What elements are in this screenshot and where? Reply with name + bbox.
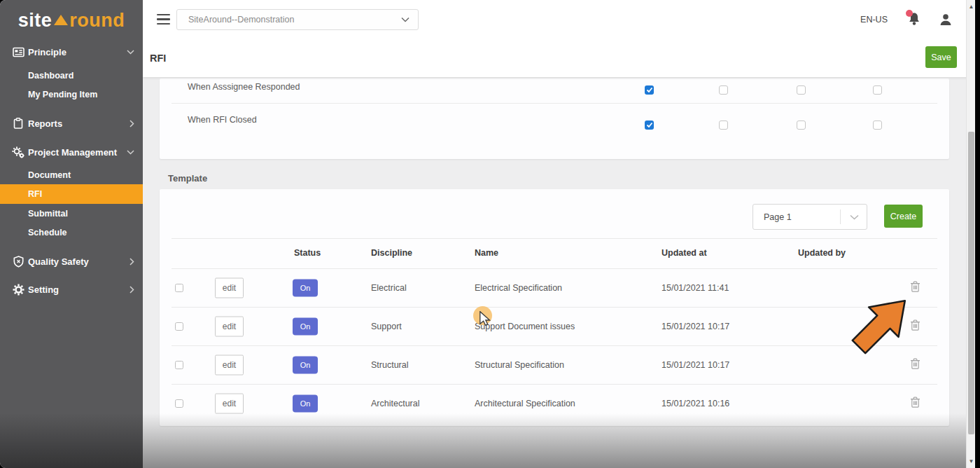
notification-badge xyxy=(906,10,913,17)
status-toggle[interactable]: On xyxy=(293,356,318,373)
table-row: edit On Structural Structural Specificat… xyxy=(160,345,949,384)
template-section-title: Template xyxy=(168,173,207,184)
column-header-name: Name xyxy=(475,248,498,258)
sidebar-item-document[interactable]: Document xyxy=(0,166,143,184)
cell-discipline: Architectural xyxy=(371,399,419,408)
chevron-down-icon xyxy=(401,17,410,22)
page-header: RFI Save xyxy=(143,39,975,77)
brand-round-text: round xyxy=(69,10,125,32)
sidebar-item-quality-safety[interactable]: Quality Safety xyxy=(0,252,143,270)
cell-name: Structural Specification xyxy=(475,360,564,370)
status-toggle[interactable]: On xyxy=(293,394,318,412)
notification-row-label: When Asssignee Responded xyxy=(188,82,300,92)
edit-button[interactable]: edit xyxy=(215,277,244,298)
page-selector-dropdown[interactable]: Page 1 xyxy=(752,204,867,230)
notification-settings-card: When Asssignee Responded When RFI Closed xyxy=(160,78,949,159)
notifications-bell-icon[interactable] xyxy=(907,11,923,28)
checkbox-unchecked[interactable] xyxy=(797,121,806,130)
sidebar-item-label: RFI xyxy=(28,189,42,199)
sidebar-item-label: Dashboard xyxy=(28,71,74,81)
hamburger-menu-icon[interactable] xyxy=(157,14,170,25)
sidebar-item-submittal[interactable]: Submittal xyxy=(0,205,143,223)
sidebar-item-reports[interactable]: Reports xyxy=(0,114,143,132)
checkbox-unchecked[interactable] xyxy=(873,85,882,95)
row-checkbox[interactable] xyxy=(175,284,183,292)
sidebar-item-label: Submittal xyxy=(28,209,68,219)
cell-discipline: Electrical xyxy=(371,283,407,293)
row-checkbox[interactable] xyxy=(175,322,183,331)
checkbox-unchecked[interactable] xyxy=(873,121,882,130)
chevron-down-icon xyxy=(127,50,134,55)
language-selector[interactable]: EN-US xyxy=(860,15,888,25)
sidebar-item-label: Setting xyxy=(28,284,59,295)
divider xyxy=(172,238,937,239)
table-row: edit On Support Support Document issues … xyxy=(160,307,949,345)
top-bar: SiteAround--Demonstration EN-US xyxy=(143,0,975,39)
gear-icon xyxy=(12,283,24,296)
checkbox-unchecked[interactable] xyxy=(797,85,806,95)
checkbox-checked[interactable] xyxy=(645,85,654,95)
column-header-discipline: Discipline xyxy=(371,248,412,258)
sidebar-item-label: Quality Safety xyxy=(28,256,89,267)
divider xyxy=(172,103,937,104)
delete-trash-icon[interactable] xyxy=(910,396,921,408)
project-selector-value: SiteAround--Demonstration xyxy=(188,15,294,25)
page-selector-value: Page 1 xyxy=(764,212,792,222)
sidebar: site round Principle Dashboard My Pendin… xyxy=(0,0,143,468)
sidebar-item-label: My Pending Item xyxy=(28,90,97,99)
sidebar-item-label: Principle xyxy=(28,47,66,57)
brand-site-text: site xyxy=(18,10,52,32)
page-title: RFI xyxy=(150,53,166,64)
edit-button[interactable]: edit xyxy=(215,393,244,413)
edit-button[interactable]: edit xyxy=(215,316,244,336)
checkbox-unchecked[interactable] xyxy=(719,121,728,130)
checkbox-unchecked[interactable] xyxy=(719,85,728,95)
row-checkbox[interactable] xyxy=(175,361,183,369)
sidebar-item-label: Reports xyxy=(28,118,62,129)
status-toggle[interactable]: On xyxy=(293,279,318,296)
chevron-right-icon xyxy=(130,120,134,128)
cell-discipline: Structural xyxy=(371,360,409,370)
divider xyxy=(840,209,841,224)
sidebar-item-schedule[interactable]: Schedule xyxy=(0,223,143,242)
save-button[interactable]: Save xyxy=(925,46,957,68)
sidebar-item-principle[interactable]: Principle xyxy=(0,43,143,61)
shield-icon xyxy=(12,255,24,268)
cell-updated-at: 15/01/2021 10:17 xyxy=(662,322,729,331)
scroll-up-icon[interactable]: ▲ xyxy=(967,4,975,10)
chevron-right-icon xyxy=(130,286,134,294)
vertical-scrollbar[interactable]: ▲ ▼ xyxy=(966,0,975,468)
project-selector[interactable]: SiteAround--Demonstration xyxy=(176,9,419,30)
cell-name: Electrical Specification xyxy=(475,283,562,293)
gears-icon xyxy=(12,146,24,158)
chevron-down-icon xyxy=(127,150,134,155)
sidebar-item-project-management[interactable]: Project Management xyxy=(0,143,143,161)
user-account-icon[interactable] xyxy=(939,13,953,27)
brand-triangle-icon xyxy=(54,15,68,25)
checkbox-checked[interactable] xyxy=(645,121,654,130)
cell-updated-at: 15/01/2021 11:41 xyxy=(662,283,729,293)
sidebar-item-my-pending-item[interactable]: My Pending Item xyxy=(0,85,143,104)
edit-button[interactable]: edit xyxy=(215,355,244,375)
cell-discipline: Support xyxy=(371,322,402,331)
column-header-updated-by: Updated by xyxy=(798,248,846,258)
annotation-arrow xyxy=(848,277,932,364)
notification-row-label: When RFI Closed xyxy=(188,115,257,125)
cell-updated-at: 15/01/2021 10:17 xyxy=(662,360,729,370)
row-checkbox[interactable] xyxy=(175,399,183,408)
create-button[interactable]: Create xyxy=(884,205,923,228)
sidebar-item-dashboard[interactable]: Dashboard xyxy=(0,67,143,85)
chevron-right-icon xyxy=(130,258,134,266)
sidebar-item-label: Document xyxy=(28,170,71,180)
clipboard-icon xyxy=(12,117,24,130)
sidebar-item-setting[interactable]: Setting xyxy=(0,280,143,298)
id-card-icon xyxy=(12,46,24,58)
sidebar-item-rfi[interactable]: RFI xyxy=(0,184,143,204)
template-card: Page 1 Create Status Discipline Name Upd… xyxy=(160,189,949,426)
column-header-updated-at: Updated at xyxy=(662,248,707,258)
cell-name: Architectural Specification xyxy=(475,399,575,408)
scroll-down-icon[interactable]: ▼ xyxy=(967,458,975,464)
status-toggle[interactable]: On xyxy=(293,317,318,335)
scrollbar-thumb[interactable] xyxy=(968,132,974,434)
chevron-down-icon xyxy=(850,214,859,220)
